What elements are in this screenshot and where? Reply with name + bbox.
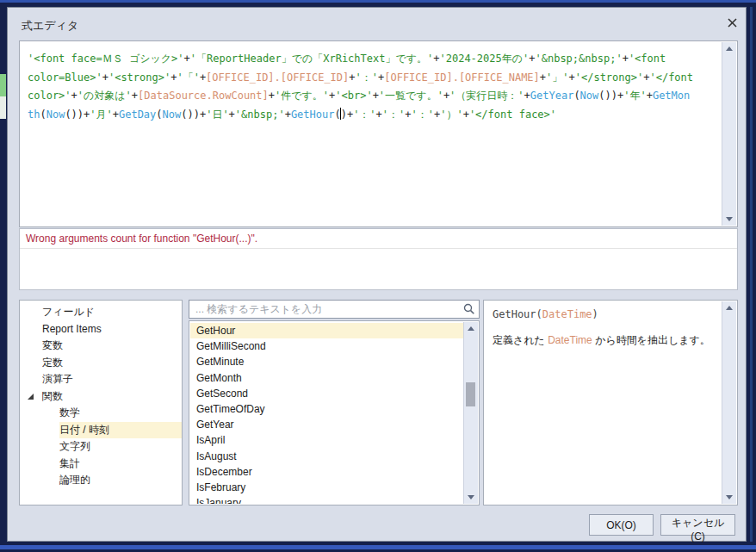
scroll-up-icon[interactable] [464,322,478,336]
editor-scrollbar[interactable] [722,42,736,226]
code-line: color>'+'の対象は'+[DataSource.RowCount]+'件で… [28,87,722,106]
function-list-item[interactable]: GetYear [190,417,463,432]
tree-item[interactable]: 集計 [20,456,182,473]
function-description: 定義された DateTime から時間を抽出します。 [493,333,710,348]
tree-item-label: 日付 / 時刻 [59,422,182,439]
background-app-fragment [0,96,6,119]
scroll-thumb[interactable] [466,382,475,406]
function-list-item[interactable]: GetSecond [190,386,463,401]
function-list-items: GetHourGetMilliSecondGetMinuteGetMonthGe… [190,323,463,504]
tree-item-label: 関数 [42,388,182,406]
function-list-item[interactable]: GetMinute [190,354,463,369]
tree-item[interactable]: 関数 [20,388,182,406]
function-list-item[interactable]: IsApril [190,432,463,448]
cancel-button[interactable]: キャンセル(C) [660,514,735,536]
function-list-item[interactable]: GetMonth [190,370,463,386]
function-list-item[interactable]: IsJanuary [190,495,463,504]
close-icon[interactable] [724,15,741,32]
scroll-down-icon[interactable] [464,490,478,504]
function-detail-panel: GetHour(DateTime) 定義された DateTime から時間を抽出… [483,300,738,505]
tree-item[interactable]: 変数 [20,338,182,355]
tree-item-label: 変数 [42,338,182,355]
screen: 式エディタ '<font face=ＭＳ ゴシック>'+'「ReportHead… [0,0,756,552]
tree-item-label: 集計 [59,456,182,473]
scroll-up-icon[interactable] [722,42,736,56]
scroll-down-icon[interactable] [722,490,736,504]
tree-item[interactable]: Report Items [20,321,182,338]
function-list-item[interactable]: GetMilliSecond [190,338,463,354]
background-app-fragment [0,74,6,96]
tree-item-label: フィールド [42,304,182,321]
expression-text: '<font face=ＭＳ ゴシック>'+'「ReportHeader」での「… [20,41,722,226]
dialog-title: 式エディタ [22,18,78,34]
tree-item[interactable]: 論理的 [20,472,182,489]
tree-item-label: 演算子 [42,371,182,388]
function-list-item[interactable]: GetHour [190,323,463,338]
scroll-down-icon[interactable] [722,212,736,226]
error-panel: Wrong arguments count for function "GetH… [19,228,738,290]
function-list-scrollbar[interactable] [463,322,478,504]
dialog-titlebar[interactable]: 式エディタ [8,8,746,40]
expand-triangle-icon[interactable] [28,394,34,400]
function-list-item[interactable]: IsDecember [190,464,463,480]
search-icon[interactable] [463,303,475,315]
expression-editor-dialog: 式エディタ '<font face=ＭＳ ゴシック>'+'「ReportHead… [7,7,747,542]
error-message: Wrong arguments count for function "GetH… [20,229,737,249]
ok-button[interactable]: OK(O) [589,514,654,536]
expression-input[interactable]: '<font face=ＭＳ ゴシック>'+'「ReportHeader」での「… [19,40,738,227]
tree-item-label: 数学 [59,405,182,422]
function-list-item[interactable]: IsFebruary [190,480,463,495]
code-line: color=Blue>'+'<strong>'+'「'+[OFFICE_ID].… [28,69,722,88]
tree-item-label: Report Items [42,321,182,338]
background-app-edge [0,545,756,549]
tree-item[interactable]: 演算子 [20,371,182,388]
function-signature: GetHour(DateTime) [493,308,598,320]
function-list-item[interactable]: GetTimeOfDay [190,401,463,417]
tree-item[interactable]: 数学 [20,405,182,422]
code-line: '<font face=ＭＳ ゴシック>'+'「ReportHeader」での「… [28,50,722,69]
tree-item[interactable]: 文字列 [20,438,182,456]
tree-item[interactable]: フィールド [20,304,182,321]
tree-item-label: 文字列 [59,438,182,456]
tree-item[interactable]: 定数 [20,355,182,372]
category-tree: フィールドReport Items変数定数演算子関数数学日付 / 時刻文字列集計… [19,300,183,505]
detail-scrollbar[interactable] [722,301,736,504]
function-list-item[interactable]: IsAugust [190,449,463,464]
search-input[interactable] [189,301,464,318]
scroll-up-icon[interactable] [722,301,736,315]
tree-item-label: 定数 [42,355,182,372]
background-app-edge [750,7,753,542]
function-list: GetHourGetMilliSecondGetMinuteGetMonthGe… [189,320,480,505]
search-box [189,300,480,319]
tree-item[interactable]: 日付 / 時刻 [20,422,182,439]
code-line: th(Now())+'月'+GetDay(Now())+'日'+'&nbsp;'… [28,106,722,125]
tree-item-label: 論理的 [59,472,182,489]
